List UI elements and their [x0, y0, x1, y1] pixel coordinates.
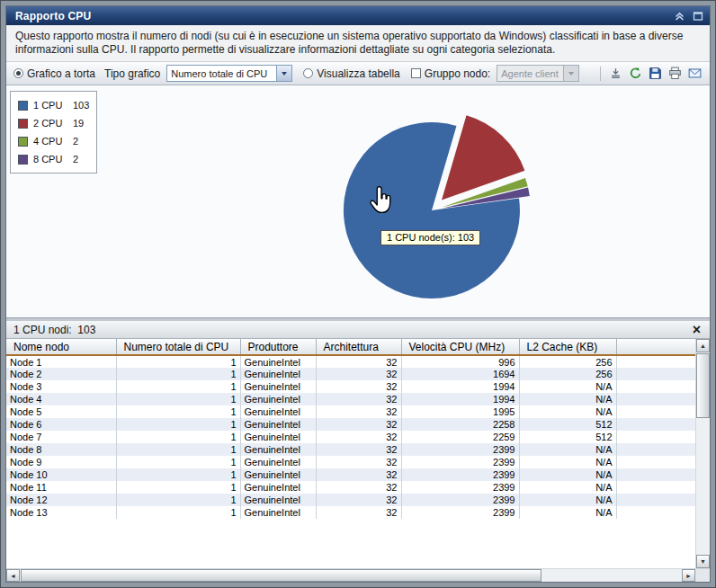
window-inner: Rapporto CPU Questo rapporto mostra il n…	[5, 5, 711, 583]
cell-velocit-cpu-mhz: 2399	[401, 456, 519, 468]
cell-produttore: GenuineIntel	[240, 380, 316, 393]
table-row[interactable]: Node 61GenuineIntel322258512	[6, 418, 695, 431]
dock-panel-icon[interactable]	[608, 66, 623, 81]
legend-item: 2 CPU19	[18, 114, 89, 132]
cell-l2-cache-kb: N/A	[519, 494, 616, 506]
cell-produttore: GenuineIntel	[240, 456, 316, 468]
cursor-pointer-icon	[368, 186, 392, 218]
table-region: Nome nodoNumero totale di CPUProduttoreA…	[6, 339, 710, 568]
cell-l2-cache-kb: 512	[519, 431, 616, 443]
legend-label: 2 CPU	[33, 118, 67, 129]
column-header[interactable]: Nome nodo	[6, 339, 116, 355]
chevron-down-icon[interactable]	[276, 66, 291, 81]
table-row[interactable]: Node 91GenuineIntel322399N/A	[6, 456, 695, 468]
cell-filler	[616, 506, 695, 519]
table-row[interactable]: Node 131GenuineIntel322399N/A	[6, 506, 695, 519]
vertical-scrollbar[interactable]: ▲ ▼	[695, 339, 710, 568]
table-row[interactable]: Node 111GenuineIntel322399N/A	[6, 481, 695, 494]
pie-chart[interactable]	[6, 85, 710, 317]
cell-architettura: 32	[316, 481, 401, 494]
legend-item: 8 CPU2	[18, 150, 89, 168]
collapse-icon[interactable]	[673, 10, 686, 22]
cell-velocit-cpu-mhz: 1994	[401, 380, 519, 393]
table-header-row: Nome nodoNumero totale di CPUProduttoreA…	[6, 339, 695, 355]
scroll-down-icon[interactable]: ▼	[696, 555, 710, 568]
chevron-down-glyph	[282, 72, 287, 76]
cell-architettura: 32	[316, 380, 401, 393]
column-header[interactable]: Architettura	[316, 339, 401, 355]
legend-label: 4 CPU	[33, 136, 67, 147]
cell-velocit-cpu-mhz: 2259	[401, 431, 519, 443]
print-icon[interactable]	[667, 66, 683, 81]
scroll-up-icon[interactable]: ▲	[696, 339, 710, 352]
node-group-checkbox[interactable]: Gruppo nodo:	[411, 67, 490, 80]
cell-architettura: 32	[316, 506, 401, 519]
cell-filler	[616, 418, 695, 431]
chart-tooltip: 1 CPU node(s): 103	[380, 230, 480, 245]
checkbox-icon	[411, 68, 421, 78]
cell-filler	[616, 380, 695, 393]
cell-produttore: GenuineIntel	[240, 481, 316, 494]
email-icon[interactable]	[687, 66, 703, 81]
cell-velocit-cpu-mhz: 2399	[401, 481, 519, 494]
refresh-icon[interactable]	[628, 66, 643, 81]
table-row[interactable]: Node 21GenuineIntel321694256	[6, 368, 695, 380]
cell-nome-nodo: Node 2	[6, 368, 116, 380]
cell-l2-cache-kb: 256	[519, 368, 616, 380]
radio-unselected-icon	[303, 68, 313, 78]
table-row[interactable]: Node 81GenuineIntel322399N/A	[6, 443, 695, 456]
table-row[interactable]: Node 101GenuineIntel322399N/A	[6, 468, 695, 481]
cell-filler	[616, 456, 695, 468]
cell-nome-nodo: Node 8	[6, 443, 116, 456]
cell-numero-totale-di-cpu: 1	[116, 355, 240, 368]
titlebar[interactable]: Rapporto CPU	[6, 6, 710, 25]
table-row[interactable]: Node 51GenuineIntel321995N/A	[6, 405, 695, 418]
scroll-left-icon[interactable]: ◄	[6, 569, 20, 582]
cell-produttore: GenuineIntel	[240, 443, 316, 456]
table-row[interactable]: Node 41GenuineIntel321994N/A	[6, 393, 695, 405]
save-icon[interactable]	[648, 66, 663, 81]
column-header[interactable]: Numero totale di CPU	[116, 339, 240, 355]
vertical-scroll-thumb[interactable]	[696, 353, 710, 418]
cell-velocit-cpu-mhz: 1694	[401, 368, 519, 380]
close-icon[interactable]: ×	[693, 324, 701, 336]
cell-architettura: 32	[316, 468, 401, 481]
cell-filler	[616, 368, 695, 380]
table-view-radio[interactable]: Visualizza tabella	[303, 67, 400, 80]
toolbar-icon-group	[597, 66, 703, 81]
table-row[interactable]: Node 11GenuineIntel32996256	[6, 355, 695, 368]
column-header[interactable]: Produttore	[240, 339, 316, 355]
cell-filler	[616, 481, 695, 494]
pie-chart-radio[interactable]: Grafico a torta	[13, 67, 95, 80]
column-header[interactable]: Velocità CPU (MHz)	[401, 339, 519, 355]
chart-type-value: Numero totale di CPU	[167, 68, 276, 79]
cell-l2-cache-kb: 256	[519, 355, 616, 368]
cell-architettura: 32	[316, 431, 401, 443]
horizontal-scrollbar[interactable]: ◄ ►	[6, 568, 710, 582]
chart-type-label: Tipo grafico	[104, 67, 160, 80]
scroll-right-icon[interactable]: ►	[682, 569, 695, 582]
titlebar-buttons	[673, 10, 704, 22]
cell-filler	[616, 443, 695, 456]
cell-numero-totale-di-cpu: 1	[116, 368, 240, 380]
table-row[interactable]: Node 31GenuineIntel321994N/A	[6, 380, 695, 393]
cell-velocit-cpu-mhz: 2399	[401, 506, 519, 519]
legend-item: 4 CPU2	[18, 132, 89, 150]
cell-produttore: GenuineIntel	[240, 494, 316, 506]
table-row[interactable]: Node 121GenuineIntel322399N/A	[6, 494, 695, 506]
cell-architettura: 32	[316, 418, 401, 431]
table-row[interactable]: Node 71GenuineIntel322259512	[6, 431, 695, 443]
chart-legend: 1 CPU1032 CPU194 CPU28 CPU2	[10, 91, 97, 174]
horizontal-scroll-thumb[interactable]	[21, 569, 541, 582]
column-header[interactable]: L2 Cache (KB)	[519, 339, 616, 355]
legend-label: 8 CPU	[33, 154, 67, 165]
cell-l2-cache-kb: N/A	[519, 481, 616, 494]
cell-nome-nodo: Node 4	[6, 393, 116, 405]
cell-velocit-cpu-mhz: 2399	[401, 443, 519, 456]
detail-panel-header: 1 CPU nodi: 103 ×	[6, 321, 710, 339]
chevron-down-glyph	[568, 72, 574, 76]
cell-produttore: GenuineIntel	[240, 468, 316, 481]
cell-architettura: 32	[316, 443, 401, 456]
chart-type-select[interactable]: Numero totale di CPU	[166, 65, 292, 82]
maximize-icon[interactable]	[691, 10, 704, 22]
